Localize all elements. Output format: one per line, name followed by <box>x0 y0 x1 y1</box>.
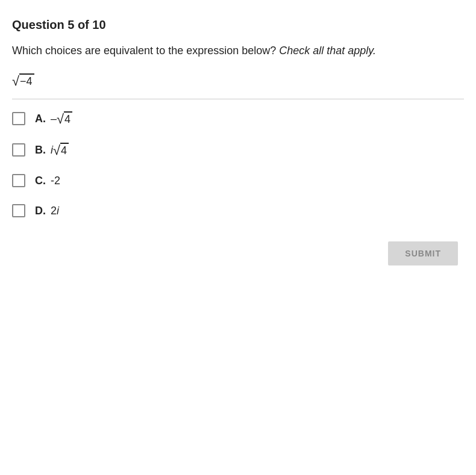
question-header: Question 5 of 10 <box>12 18 464 32</box>
question-number: Question 5 of 10 <box>12 18 106 31</box>
expression-display: √−4 <box>12 73 464 99</box>
checkbox-c[interactable] <box>12 174 25 187</box>
checkbox-b[interactable] <box>12 143 25 157</box>
question-main-text: Which choices are equivalent to the expr… <box>12 45 276 57</box>
submit-button[interactable]: SUBMIT <box>388 241 458 265</box>
option-value-d: 2i <box>51 205 59 217</box>
option-value-c: -2 <box>51 175 60 187</box>
sqrt-radicand: −4 <box>19 73 34 88</box>
option-row-c[interactable]: C. -2 <box>12 174 464 187</box>
option-label-b: B. <box>35 144 46 157</box>
checkbox-d[interactable] <box>12 204 25 217</box>
checkbox-a[interactable] <box>12 112 25 125</box>
option-row-b[interactable]: B. i √4 <box>12 143 464 157</box>
option-value-b: i √4 <box>51 143 69 157</box>
question-text: Which choices are equivalent to the expr… <box>12 43 464 59</box>
option-label-c: C. <box>35 175 46 187</box>
option-row-a[interactable]: A. – √4 <box>12 111 464 126</box>
option-label-d: D. <box>35 205 46 217</box>
question-italic-text: Check all that apply. <box>279 45 376 57</box>
option-value-a: – √4 <box>51 111 72 126</box>
sqrt-symbol: √ <box>12 75 19 88</box>
options-container: A. – √4 B. i √4 C. -2 D. 2i <box>12 99 464 217</box>
option-label-a: A. <box>35 113 46 125</box>
submit-area: SUBMIT <box>12 241 464 265</box>
option-row-d[interactable]: D. 2i <box>12 204 464 217</box>
